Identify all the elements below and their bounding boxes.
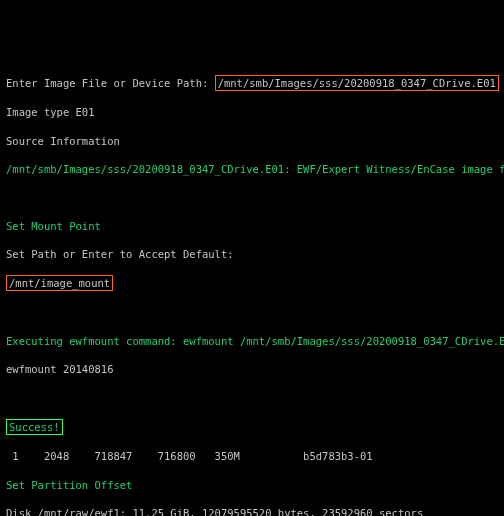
prompt-image-path: Enter Image File or Device Path:: [6, 77, 215, 89]
input-mount-point[interactable]: /mnt/image_mount: [6, 275, 113, 291]
input-image-path[interactable]: /mnt/smb/Images/sss/20200918_0347_CDrive…: [215, 75, 499, 91]
terminal-output: Enter Image File or Device Path: /mnt/sm…: [6, 61, 498, 516]
set-partition-offset-header: Set Partition Offset: [6, 478, 498, 492]
ewfmount-version: ewfmount 20140816: [6, 362, 498, 376]
source-info-label: Source Information: [6, 134, 498, 148]
set-mount-point-header: Set Mount Point: [6, 219, 498, 233]
exec-ewfmount: Executing ewfmount command: ewfmount /mn…: [6, 334, 498, 348]
set-mount-point-prompt: Set Path or Enter to Accept Default:: [6, 247, 498, 261]
image-type: Image type E01: [6, 105, 498, 119]
partition-row: 1 2048 718847 716800 350M b5d783b3-01: [6, 449, 498, 463]
source-info-path: /mnt/smb/Images/sss/20200918_0347_CDrive…: [6, 162, 498, 176]
disk-summary: Disk /mnt/raw/ewf1: 11.25 GiB, 120795955…: [6, 506, 498, 516]
success-badge: Success!: [6, 419, 63, 435]
